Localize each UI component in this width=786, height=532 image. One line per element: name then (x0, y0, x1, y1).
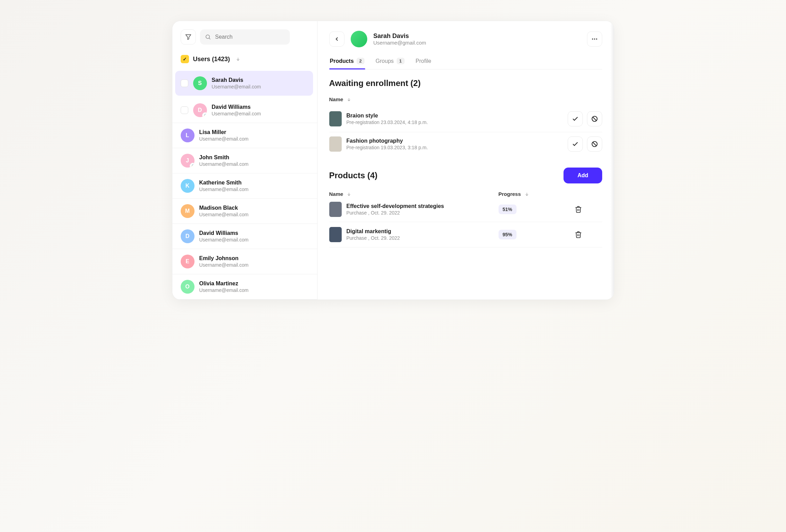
avatar-initial: O (185, 284, 189, 290)
check-icon (572, 115, 579, 122)
sort-icon (524, 192, 529, 197)
awaiting-name-column-header[interactable]: Name (329, 96, 602, 102)
avatar-initial: M (185, 208, 190, 214)
products-column-headers: Name Progress (329, 191, 602, 197)
tab-products[interactable]: Products2 (329, 54, 366, 69)
profile-header: Sarah Davis Username@gmail.com (329, 31, 602, 47)
awaiting-actions (568, 136, 602, 152)
search-input[interactable] (200, 29, 290, 45)
user-text: Emily JohnsonUsername@email.com (199, 255, 249, 268)
awaiting-row: Fashion photographyPre-registration 19.0… (329, 132, 602, 157)
product-text: Digital markentigPurchase , Oct. 29. 202… (347, 228, 400, 241)
user-text: Katherine SmithUsername@email.com (199, 180, 249, 192)
back-button[interactable] (329, 31, 344, 47)
user-text: Madison BlackUsername@email.com (199, 205, 249, 217)
progress-badge: 95% (499, 230, 517, 239)
product-row: Effective self-development strategiesPur… (329, 197, 602, 222)
products-title: Products (4) (329, 171, 378, 180)
sort-icon (347, 192, 351, 197)
user-email: Username@email.com (199, 287, 249, 293)
user-email: Username@email.com (212, 84, 261, 89)
delete-product-button[interactable] (575, 206, 602, 213)
avatar-initial: S (198, 80, 202, 86)
avatar-initial: K (186, 183, 190, 189)
avatar-initial: D (186, 233, 190, 239)
delete-product-button[interactable] (575, 231, 602, 238)
product-thumbnail (329, 202, 342, 217)
products-name-column-header[interactable]: Name (329, 191, 492, 197)
user-list-item[interactable]: D🔒David WilliamsUsername@email.com (172, 98, 317, 123)
main-panel: Sarah Davis Username@gmail.com Products2… (318, 21, 614, 300)
approve-button[interactable] (568, 111, 583, 126)
awaiting-text: Braion stylePre-registration 23.03.2024,… (347, 113, 428, 125)
users-master-checkbox[interactable]: ✓ (181, 55, 189, 63)
user-text: David WilliamsUsername@email.com (199, 230, 249, 243)
user-text: John SmithUsername@email.com (199, 154, 249, 167)
user-list-item[interactable]: LLisa MillerUsername@email.com (172, 123, 317, 148)
user-avatar: L (181, 129, 195, 142)
tab-label: Groups (376, 58, 394, 64)
product-thumbnail (329, 111, 342, 126)
filter-icon (185, 34, 192, 40)
awaiting-list: Braion stylePre-registration 23.03.2024,… (329, 107, 602, 157)
user-avatar: M (181, 204, 195, 218)
products-list: Effective self-development strategiesPur… (329, 197, 602, 247)
user-email: Username@email.com (199, 136, 249, 142)
column-label: Progress (499, 191, 521, 197)
product-row: Digital markentigPurchase , Oct. 29. 202… (329, 222, 602, 247)
trash-icon (575, 231, 602, 238)
progress-badge: 51% (499, 205, 517, 214)
user-name: Emily Johnson (199, 255, 249, 262)
user-list-item[interactable]: KKatherine SmithUsername@email.com (172, 173, 317, 199)
svg-point-3 (594, 38, 595, 39)
user-list-item[interactable]: SSarah DavisUsername@email.com (175, 71, 313, 96)
user-name: Katherine Smith (199, 180, 249, 186)
column-label: Name (329, 191, 343, 197)
user-email: Username@email.com (199, 212, 249, 217)
filter-button[interactable] (181, 29, 196, 45)
users-sort-icon[interactable] (236, 57, 240, 61)
approve-button[interactable] (568, 136, 583, 152)
avatar-initial: J (186, 158, 189, 164)
awaiting-text: Fashion photographyPre-registration 19.0… (347, 138, 428, 150)
product-name: Braion style (347, 113, 428, 119)
add-product-button[interactable]: Add (564, 168, 602, 183)
tab-groups[interactable]: Groups1 (375, 54, 405, 69)
tab-profile[interactable]: Profile (415, 54, 432, 69)
product-left: Effective self-development strategiesPur… (329, 202, 492, 217)
sidebar-toolbar (172, 29, 317, 51)
user-checkbox[interactable] (181, 106, 188, 114)
more-button[interactable] (587, 31, 602, 47)
user-list-item[interactable]: DDavid WilliamsUsername@email.com (172, 224, 317, 249)
user-checkbox[interactable] (181, 79, 188, 87)
user-text: Sarah DavisUsername@email.com (212, 77, 261, 89)
user-avatar: J🔒 (181, 154, 195, 168)
more-horizontal-icon (591, 36, 598, 42)
product-subtext: Purchase , Oct. 29. 2022 (347, 210, 444, 216)
reject-button[interactable] (587, 136, 602, 152)
user-avatar: E (181, 255, 195, 268)
user-email: Username@email.com (199, 187, 249, 192)
user-list-item[interactable]: EEmily JohnsonUsername@email.com (172, 249, 317, 274)
tab-count-badge: 1 (397, 58, 405, 64)
user-list-item[interactable]: MMadison BlackUsername@email.com (172, 199, 317, 224)
product-name: Fashion photography (347, 138, 428, 144)
chevron-left-icon (334, 36, 340, 42)
search-input-wrap (200, 29, 309, 45)
user-list-item[interactable]: OOlivia MartinezUsername@email.com (172, 274, 317, 300)
tab-label: Products (330, 58, 354, 64)
ban-icon (591, 141, 598, 148)
user-email: Username@email.com (199, 262, 249, 268)
products-header: Products (4) Add (329, 168, 602, 183)
avatar-initial: D (198, 107, 202, 113)
products-progress-column-header[interactable]: Progress (499, 191, 568, 197)
profile-text: Sarah Davis Username@gmail.com (373, 32, 426, 46)
reject-button[interactable] (587, 111, 602, 126)
users-list: SSarah DavisUsername@email.comD🔒David Wi… (172, 71, 317, 300)
awaiting-title: Awaiting enrollment (2) (329, 78, 602, 88)
user-list-item[interactable]: J🔒John SmithUsername@email.com (172, 148, 317, 173)
user-name: Lisa Miller (199, 129, 249, 135)
user-name: Sarah Davis (212, 77, 261, 83)
svg-point-4 (596, 38, 597, 39)
product-left: Digital markentigPurchase , Oct. 29. 202… (329, 227, 492, 242)
